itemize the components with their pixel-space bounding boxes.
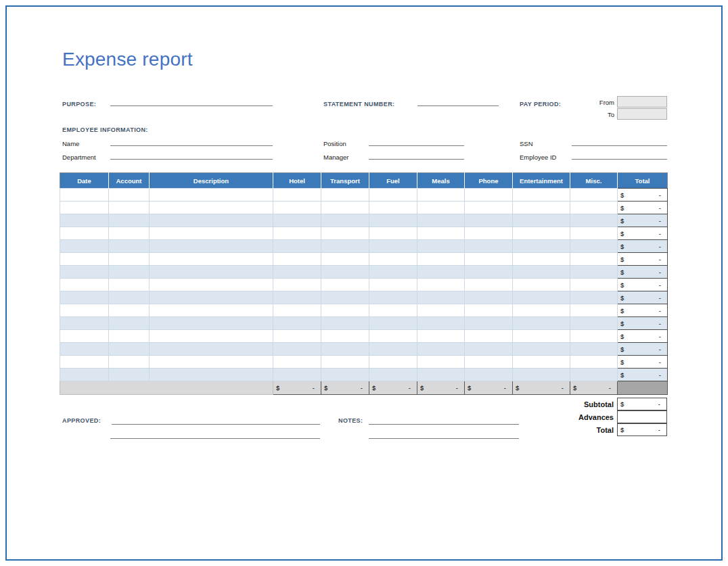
entry-cell-fuel[interactable] (369, 356, 417, 369)
entry-cell-account[interactable] (109, 240, 150, 253)
entry-cell-entertainment[interactable] (513, 253, 570, 266)
entry-cell-entertainment[interactable] (513, 291, 570, 304)
entry-cell-account[interactable] (109, 279, 150, 291)
entry-cell-date[interactable] (60, 330, 109, 343)
entry-cell-meals[interactable] (417, 266, 465, 279)
entry-cell-phone[interactable] (465, 227, 513, 240)
entry-cell-entertainment[interactable] (513, 227, 570, 240)
entry-cell-misc[interactable] (570, 279, 618, 291)
entry-cell-fuel[interactable] (369, 253, 417, 266)
employee-id-field[interactable] (572, 148, 667, 160)
entry-cell-description[interactable] (150, 227, 273, 240)
entry-cell-entertainment[interactable] (513, 356, 570, 369)
entry-cell-date[interactable] (60, 279, 109, 291)
entry-cell-date[interactable] (60, 356, 109, 369)
ssn-field[interactable] (572, 135, 667, 146)
entry-cell-account[interactable] (109, 330, 150, 343)
entry-cell-transport[interactable] (321, 202, 369, 214)
entry-cell-meals[interactable] (417, 317, 465, 330)
entry-cell-transport[interactable] (321, 330, 369, 343)
entry-cell-meals[interactable] (417, 343, 465, 356)
notes-line-1[interactable] (369, 413, 519, 425)
entry-cell-phone[interactable] (465, 330, 513, 343)
name-field[interactable] (110, 135, 273, 146)
entry-cell-fuel[interactable] (369, 240, 417, 253)
entry-cell-description[interactable] (150, 317, 273, 330)
entry-cell-misc[interactable] (570, 291, 618, 304)
entry-cell-entertainment[interactable] (513, 343, 570, 356)
entry-cell-date[interactable] (60, 291, 109, 304)
entry-cell-misc[interactable] (570, 240, 618, 253)
entry-cell-entertainment[interactable] (513, 317, 570, 330)
entry-cell-entertainment[interactable] (513, 330, 570, 343)
entry-cell-transport[interactable] (321, 227, 369, 240)
entry-cell-entertainment[interactable] (513, 279, 570, 291)
entry-cell-hotel[interactable] (273, 227, 321, 240)
entry-cell-phone[interactable] (465, 266, 513, 279)
entry-cell-transport[interactable] (321, 343, 369, 356)
entry-cell-fuel[interactable] (369, 227, 417, 240)
entry-cell-misc[interactable] (570, 330, 618, 343)
entry-cell-transport[interactable] (321, 369, 369, 381)
entry-cell-date[interactable] (60, 189, 109, 202)
entry-cell-account[interactable] (109, 304, 150, 317)
entry-cell-meals[interactable] (417, 304, 465, 317)
entry-cell-description[interactable] (150, 343, 273, 356)
entry-cell-misc[interactable] (570, 343, 618, 356)
entry-cell-description[interactable] (150, 189, 273, 202)
entry-cell-description[interactable] (150, 304, 273, 317)
pay-period-to-field[interactable] (617, 108, 667, 120)
entry-cell-phone[interactable] (465, 189, 513, 202)
entry-cell-misc[interactable] (570, 189, 618, 202)
entry-cell-account[interactable] (109, 227, 150, 240)
entry-cell-meals[interactable] (417, 189, 465, 202)
entry-cell-hotel[interactable] (273, 369, 321, 381)
entry-cell-entertainment[interactable] (513, 266, 570, 279)
entry-cell-transport[interactable] (321, 356, 369, 369)
pay-period-from-field[interactable] (617, 96, 667, 108)
entry-cell-hotel[interactable] (273, 266, 321, 279)
entry-cell-date[interactable] (60, 253, 109, 266)
entry-cell-hotel[interactable] (273, 317, 321, 330)
entry-cell-phone[interactable] (465, 369, 513, 381)
entry-cell-hotel[interactable] (273, 279, 321, 291)
entry-cell-hotel[interactable] (273, 291, 321, 304)
entry-cell-hotel[interactable] (273, 189, 321, 202)
entry-cell-fuel[interactable] (369, 202, 417, 214)
approved-signature-line-1[interactable] (112, 413, 320, 425)
entry-cell-account[interactable] (109, 266, 150, 279)
entry-cell-misc[interactable] (570, 266, 618, 279)
entry-cell-hotel[interactable] (273, 356, 321, 369)
entry-cell-meals[interactable] (417, 214, 465, 227)
entry-cell-hotel[interactable] (273, 214, 321, 227)
advances-value-cell[interactable] (617, 410, 667, 423)
entry-cell-entertainment[interactable] (513, 369, 570, 381)
entry-cell-description[interactable] (150, 369, 273, 381)
position-field[interactable] (369, 135, 464, 146)
entry-cell-account[interactable] (109, 253, 150, 266)
entry-cell-misc[interactable] (570, 202, 618, 214)
entry-cell-account[interactable] (109, 356, 150, 369)
manager-field[interactable] (369, 148, 464, 160)
entry-cell-fuel[interactable] (369, 343, 417, 356)
entry-cell-date[interactable] (60, 343, 109, 356)
entry-cell-phone[interactable] (465, 343, 513, 356)
entry-cell-fuel[interactable] (369, 317, 417, 330)
entry-cell-transport[interactable] (321, 317, 369, 330)
entry-cell-account[interactable] (109, 369, 150, 381)
entry-cell-description[interactable] (150, 202, 273, 214)
entry-cell-transport[interactable] (321, 266, 369, 279)
entry-cell-hotel[interactable] (273, 330, 321, 343)
entry-cell-phone[interactable] (465, 214, 513, 227)
entry-cell-meals[interactable] (417, 356, 465, 369)
entry-cell-transport[interactable] (321, 214, 369, 227)
entry-cell-date[interactable] (60, 304, 109, 317)
entry-cell-phone[interactable] (465, 317, 513, 330)
entry-cell-date[interactable] (60, 227, 109, 240)
entry-cell-description[interactable] (150, 214, 273, 227)
entry-cell-fuel[interactable] (369, 214, 417, 227)
entry-cell-hotel[interactable] (273, 240, 321, 253)
entry-cell-account[interactable] (109, 291, 150, 304)
department-field[interactable] (110, 148, 273, 160)
entry-cell-description[interactable] (150, 330, 273, 343)
